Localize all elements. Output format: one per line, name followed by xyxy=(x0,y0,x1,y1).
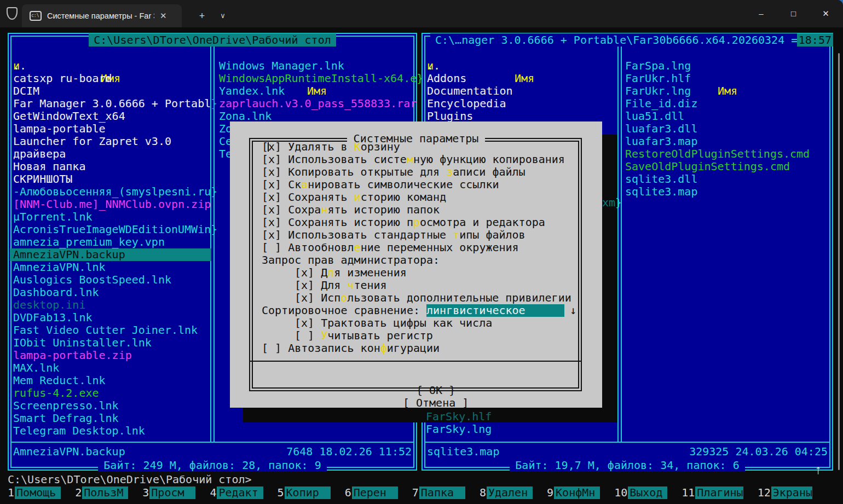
file-row[interactable]: Telegram Desktop.lnk xyxy=(10,425,211,437)
checkbox-glyph[interactable]: [x] xyxy=(295,316,314,329)
file-row[interactable]: Yandex.lnk xyxy=(218,85,416,97)
file-row[interactable]: AmneziaVPN.lnk xyxy=(10,261,211,274)
file-row[interactable]: AmneziaVPN.backup xyxy=(10,248,211,261)
command-line[interactable]: C:\Users\DTore\OneDrive\Рабочий стол> xyxy=(8,473,252,486)
checkbox-glyph[interactable]: [x] xyxy=(295,266,314,279)
fkey-7[interactable]: 7Папка xyxy=(412,486,480,499)
file-row[interactable]: Smart Defrag.lnk xyxy=(10,412,211,425)
fkey-2[interactable]: 2ПользМ xyxy=(75,486,142,499)
dialog-checkbox[interactable]: [x] Копировать открытые для записи файлы xyxy=(262,166,586,178)
file-row[interactable]: catsxp ru-board xyxy=(10,72,211,85)
file-row[interactable]: RestoreOldPluginSettings.cmd xyxy=(624,148,831,160)
new-tab-button[interactable]: + xyxy=(193,7,211,25)
ok-button[interactable]: { ОК } xyxy=(416,384,455,397)
file-row[interactable]: Plugins xyxy=(424,110,617,123)
file-row[interactable]: FarSpa.lng xyxy=(624,60,831,72)
file-row[interactable]: драйвера xyxy=(10,148,211,160)
fkey-10[interactable]: 10Выход xyxy=(614,486,682,499)
file-row[interactable]: sqlite3.map xyxy=(624,186,831,198)
file-row[interactable]: Encyclopedia xyxy=(424,97,617,110)
dialog-checkbox[interactable]: [x] Использовать стандартные типы файлов xyxy=(262,229,586,241)
fkey-6[interactable]: 6Перен xyxy=(345,486,412,499)
fkey-label[interactable]: Помощь xyxy=(15,486,61,499)
fkey-11[interactable]: 11Плагины xyxy=(682,486,757,499)
fkey-label[interactable]: Папка xyxy=(419,486,465,499)
dialog-checkbox[interactable]: [x] Использовать системную функцию копир… xyxy=(262,153,586,166)
fkey-label[interactable]: Выход xyxy=(628,486,667,499)
fkey-3[interactable]: 3Просм xyxy=(142,486,210,499)
combobox-dropdown-icon[interactable]: ↓ xyxy=(570,304,576,317)
dialog-checkbox[interactable]: [x] Удалять в Корзину xyxy=(262,141,586,153)
titlebar[interactable]: c:\ Системные параметры - Far 3 ✕ + ∨ – … xyxy=(0,0,843,27)
file-row[interactable]: amnezia_premium_key.vpn xyxy=(10,236,211,248)
dialog-checkbox[interactable]: [x] Сохранять историю команд xyxy=(262,191,586,204)
dialog-checkbox[interactable]: [x] Сканировать символические ссылки xyxy=(262,178,586,191)
checkbox-glyph[interactable]: [ ] xyxy=(295,329,314,342)
file-row[interactable]: Addons xyxy=(424,72,617,85)
file-row[interactable]: SaveOldPluginSettings.cmd xyxy=(624,160,831,173)
file-row[interactable]: Launcher for Zapret v3.0 xyxy=(10,135,211,148)
file-row[interactable]: DCIM xyxy=(10,85,211,97)
right-panel-path[interactable]: C:\…nager 3.0.6666 + Portable\Far30b6666… xyxy=(423,33,832,47)
fkey-4[interactable]: 4Редакт xyxy=(210,486,277,499)
file-row[interactable]: lua51.dll xyxy=(624,110,831,123)
file-row[interactable]: FarSky.lng xyxy=(426,423,492,436)
checkbox-glyph[interactable]: [ ] xyxy=(262,341,281,355)
checkbox-glyph[interactable]: [x] xyxy=(262,190,281,204)
file-row[interactable]: AcronisTrueImageWDEditionUMWin} xyxy=(10,223,211,236)
file-row[interactable]: WindowsAppRuntimeInstall-x64.e} xyxy=(218,72,416,85)
dialog-checkbox[interactable]: [x] Для изменения xyxy=(262,267,586,279)
file-row[interactable]: Windows Manager.lnk xyxy=(218,60,416,72)
terminal-tab[interactable]: c:\ Системные параметры - Far 3 ✕ xyxy=(22,4,182,27)
file-row[interactable]: Documentation xyxy=(424,85,617,97)
file-row[interactable]: zaprlauch.v3.0_pass_558833.rar xyxy=(218,97,416,110)
file-row[interactable]: [NNM-Club.me]_NNMClub.ovpn.zip xyxy=(10,198,211,211)
file-row[interactable]: luafar3.dll xyxy=(624,123,831,135)
terminal-scrollbar[interactable] xyxy=(838,53,840,470)
combobox-value[interactable]: лингвистическое xyxy=(426,304,564,317)
file-row[interactable]: .. xyxy=(424,60,617,72)
checkbox-glyph[interactable]: [x] xyxy=(262,203,281,216)
file-row[interactable]: lampa-portable xyxy=(10,123,211,135)
fkey-8[interactable]: 8Удален xyxy=(480,486,547,499)
checkbox-glyph[interactable]: [x] xyxy=(262,153,281,166)
file-row[interactable]: µTorrent.lnk xyxy=(10,211,211,223)
checkbox-glyph[interactable]: [x] xyxy=(262,216,281,229)
fkey-label[interactable]: Перен xyxy=(352,486,398,499)
fkey-12[interactable]: 12Экраны xyxy=(758,486,827,499)
file-row[interactable]: Fast Video Cutter Joiner.lnk xyxy=(10,324,211,337)
file-row[interactable]: desktop.ini xyxy=(10,299,211,311)
checkbox-glyph[interactable]: [x] xyxy=(262,165,281,178)
checkbox-glyph[interactable]: [ ] xyxy=(262,241,281,254)
file-row[interactable]: Mem Reduct.lnk xyxy=(10,374,211,387)
file-row[interactable]: Screenpresso.lnk xyxy=(10,399,211,412)
dialog-checkbox[interactable]: [x] Использовать дополнительные привилег… xyxy=(262,292,586,304)
file-row[interactable]: GetWindowText_x64 xyxy=(10,110,211,123)
checkbox-glyph[interactable]: [x] xyxy=(262,140,281,153)
fkey-label[interactable]: Экраны xyxy=(771,486,812,499)
cancel-button[interactable]: [ Отмена ] xyxy=(403,396,469,409)
dialog-checkbox[interactable]: [x] Для чтения xyxy=(262,279,586,292)
file-row[interactable]: Новая папка xyxy=(10,160,211,173)
file-row[interactable]: IObit Uninstaller.lnk xyxy=(10,337,211,349)
checkbox-glyph[interactable]: [x] xyxy=(262,178,281,191)
file-row[interactable]: luafar3.map xyxy=(624,135,831,148)
checkbox-glyph[interactable]: [x] xyxy=(295,291,314,304)
file-row[interactable]: rufus-4.2.exe xyxy=(10,387,211,399)
dialog-checkbox[interactable]: [ ] Автозапись конфигурации xyxy=(262,342,586,355)
file-row[interactable]: .. xyxy=(10,60,211,72)
maximize-button[interactable]: □ xyxy=(777,0,810,27)
file-row[interactable]: Zona.lnk xyxy=(218,110,416,123)
dialog-checkbox[interactable]: [x] Трактовать цифры как числа xyxy=(262,317,586,329)
file-row[interactable]: sqlite3.dll xyxy=(624,173,831,186)
sort-comparison-combobox[interactable]: Сортировочное сравнение: лингвистическое… xyxy=(262,304,586,317)
file-row[interactable]: FarUkr.hlf xyxy=(624,72,831,85)
dialog-checkbox[interactable]: [x] Сохранять историю просмотра и редакт… xyxy=(262,216,586,229)
fkey-label[interactable]: Редакт xyxy=(217,486,263,499)
dialog-checkbox[interactable]: [ ] Автообновление переменных окружения xyxy=(262,241,586,254)
fkey-label[interactable]: Плагины xyxy=(695,486,743,499)
dialog-checkbox[interactable]: [ ] Учитывать регистр xyxy=(262,329,586,342)
file-row[interactable]: lampa-portable.zip xyxy=(10,349,211,362)
minimize-button[interactable]: – xyxy=(745,0,777,27)
checkbox-glyph[interactable]: [x] xyxy=(295,279,314,292)
